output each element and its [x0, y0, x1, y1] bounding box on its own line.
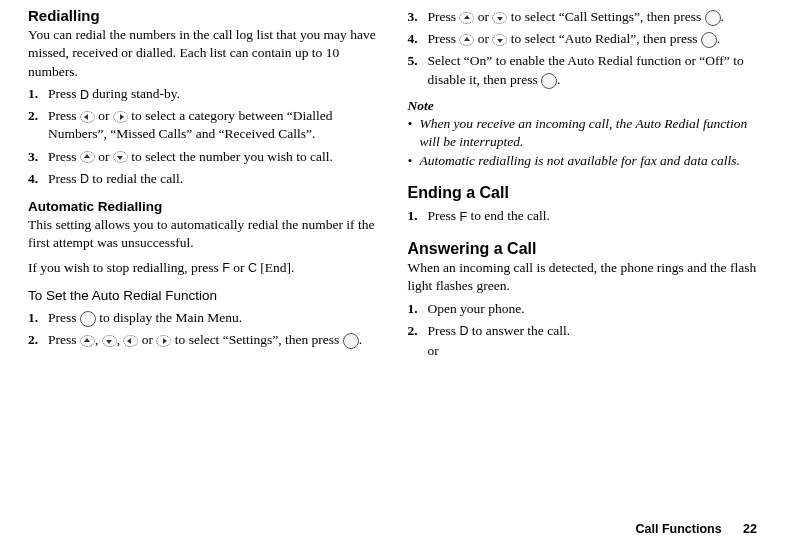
- step-4: 4. Press or to select “Auto Redial”, the…: [408, 30, 758, 48]
- ending-call-steps: 1. Press F to end the call.: [408, 207, 758, 225]
- step-body: Press or to select the number you wish t…: [48, 148, 378, 166]
- nav-up-icon: [459, 12, 474, 24]
- answering-steps: 1. Open your phone. 2. Press D to answer…: [408, 300, 758, 361]
- f-key-icon: F: [222, 262, 230, 275]
- step-5: 5. Select “On” to enable the Auto Redial…: [408, 52, 758, 88]
- center-key-icon: [541, 73, 557, 89]
- step-body: Press or to select “Call Settings”, then…: [428, 8, 758, 26]
- center-key-icon: [701, 32, 717, 48]
- center-key-icon: [80, 311, 96, 327]
- step-body: Press D to redial the call.: [48, 170, 378, 188]
- auto-redial-intro-2: If you wish to stop redialling, press F …: [28, 259, 378, 277]
- bullet-icon: •: [408, 152, 420, 170]
- step-number: 2.: [28, 331, 48, 349]
- step-body: Press to display the Main Menu.: [48, 309, 378, 327]
- note-text: Automatic redialling is not available fo…: [420, 152, 740, 170]
- heading-to-set: To Set the Auto Redial Function: [28, 287, 378, 305]
- step-number: 2.: [28, 107, 48, 143]
- note-list: • When you receive an incoming call, the…: [408, 115, 758, 170]
- footer-page-number: 22: [743, 522, 757, 536]
- heading-ending-call: Ending a Call: [408, 182, 758, 204]
- nav-right-icon: [113, 111, 128, 123]
- note-heading: Note: [408, 97, 758, 115]
- note-item: • Automatic redialling is not available …: [408, 152, 758, 170]
- auto-redial-steps: 1. Press to display the Main Menu. 2. Pr…: [28, 309, 378, 349]
- step-1: 1. Press F to end the call.: [408, 207, 758, 225]
- center-key-icon: [705, 10, 721, 26]
- step-body: Press F to end the call.: [428, 207, 758, 225]
- step-1: 1. Open your phone.: [408, 300, 758, 318]
- auto-redial-intro-1: This setting allows you to automatically…: [28, 216, 378, 252]
- f-key-icon: F: [459, 211, 467, 224]
- content-columns: Redialling You can redial the numbers in…: [28, 4, 757, 360]
- step-body: Select “On” to enable the Auto Redial fu…: [428, 52, 758, 88]
- page-footer: Call Functions 22: [635, 521, 757, 538]
- c-key-icon: C: [248, 262, 257, 275]
- step-body: Press D to answer the call. or: [428, 322, 758, 360]
- heading-auto-redial: Automatic Redialling: [28, 198, 378, 216]
- left-column: Redialling You can redial the numbers in…: [28, 4, 378, 360]
- redialling-intro: You can redial the numbers in the call l…: [28, 26, 378, 81]
- step-number: 1.: [408, 300, 428, 318]
- note-text: When you receive an incoming call, the A…: [420, 115, 758, 151]
- bullet-icon: •: [408, 115, 420, 151]
- heading-redialling: Redialling: [28, 6, 378, 26]
- right-column: 3. Press or to select “Call Settings”, t…: [408, 4, 758, 360]
- step-number: 4.: [408, 30, 428, 48]
- step-1: 1. Press D during stand-by.: [28, 85, 378, 103]
- step-number: 2.: [408, 322, 428, 360]
- step-number: 1.: [28, 85, 48, 103]
- nav-right-icon: [156, 335, 171, 347]
- nav-down-icon: [492, 34, 507, 46]
- step-3: 3. Press or to select the number you wis…: [28, 148, 378, 166]
- nav-up-icon: [80, 151, 95, 163]
- step-3: 3. Press or to select “Call Settings”, t…: [408, 8, 758, 26]
- nav-down-icon: [492, 12, 507, 24]
- footer-section-label: Call Functions: [635, 522, 721, 536]
- answering-intro: When an incoming call is detected, the p…: [408, 259, 758, 295]
- step-1: 1. Press to display the Main Menu.: [28, 309, 378, 327]
- step-body: Open your phone.: [428, 300, 758, 318]
- step-body: Press or to select a category between “D…: [48, 107, 378, 143]
- nav-up-icon: [80, 335, 95, 347]
- nav-down-icon: [102, 335, 117, 347]
- d-key-icon: D: [80, 173, 89, 186]
- or-text: or: [428, 342, 758, 360]
- step-body: Press D during stand-by.: [48, 85, 378, 103]
- step-2: 2. Press or to select a category between…: [28, 107, 378, 143]
- heading-answering-call: Answering a Call: [408, 238, 758, 260]
- step-4: 4. Press D to redial the call.: [28, 170, 378, 188]
- nav-left-icon: [80, 111, 95, 123]
- step-body: Press , , or to select “Settings”, then …: [48, 331, 378, 349]
- auto-redial-steps-cont: 3. Press or to select “Call Settings”, t…: [408, 8, 758, 89]
- d-key-icon: D: [80, 89, 89, 102]
- redialling-steps: 1. Press D during stand-by. 2. Press or …: [28, 85, 378, 188]
- nav-down-icon: [113, 151, 128, 163]
- nav-up-icon: [459, 34, 474, 46]
- nav-left-icon: [123, 335, 138, 347]
- center-key-icon: [343, 333, 359, 349]
- step-2: 2. Press D to answer the call. or: [408, 322, 758, 360]
- step-number: 1.: [28, 309, 48, 327]
- step-body: Press or to select “Auto Redial”, then p…: [428, 30, 758, 48]
- step-number: 5.: [408, 52, 428, 88]
- step-number: 3.: [408, 8, 428, 26]
- step-number: 4.: [28, 170, 48, 188]
- step-2: 2. Press , , or to select “Settings”, th…: [28, 331, 378, 349]
- step-number: 1.: [408, 207, 428, 225]
- step-number: 3.: [28, 148, 48, 166]
- note-item: • When you receive an incoming call, the…: [408, 115, 758, 151]
